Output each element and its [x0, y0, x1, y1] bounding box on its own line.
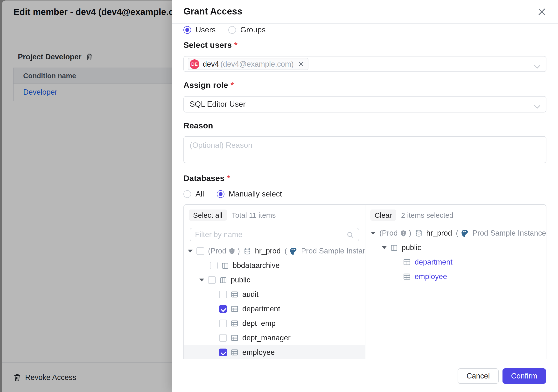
confirm-button[interactable]: Confirm [502, 368, 546, 384]
search-icon [347, 231, 354, 238]
shield-icon [400, 230, 407, 237]
database-transfer: Select all Total 11 items Filter by name [183, 204, 546, 359]
databases-label: Databases* [183, 173, 546, 184]
tree-row-table[interactable]: audit [184, 287, 365, 302]
tree-row-table[interactable]: department [366, 255, 546, 269]
select-users-field[interactable]: DE dev4 (dev4@example.com) [183, 56, 546, 72]
tree-row-schema[interactable]: public [184, 273, 365, 287]
instance-name: Prod Sample Instance) [472, 229, 546, 237]
selected-table-link[interactable]: employee [415, 272, 447, 281]
checkbox[interactable] [219, 348, 227, 356]
reason-textarea[interactable]: (Optional) Reason [183, 136, 546, 163]
tree-row-schema[interactable]: public [366, 240, 546, 255]
caret-down-icon[interactable] [371, 232, 375, 235]
table-icon [231, 334, 238, 342]
table-icon [231, 348, 238, 356]
table-icon [231, 291, 238, 298]
radio-manual-control[interactable] [217, 190, 225, 198]
checkbox[interactable] [210, 262, 218, 269]
selected-table-link[interactable]: department [415, 258, 453, 267]
clear-button[interactable]: Clear [370, 209, 396, 220]
filter-input[interactable]: Filter by name [190, 228, 359, 241]
close-icon[interactable] [537, 7, 546, 17]
filter-placeholder: Filter by name [195, 230, 347, 239]
user-tag-email: (dev4@example.com) [220, 60, 294, 68]
radio-groups[interactable]: Groups [228, 26, 266, 34]
checkbox[interactable] [219, 334, 227, 342]
table-name: department [242, 305, 280, 313]
remove-user-icon[interactable] [298, 61, 304, 67]
tree-row-table[interactable]: dept_emp [184, 316, 365, 331]
selected-count-label: 2 items selected [401, 211, 453, 219]
radio-all-label: All [195, 190, 204, 198]
required-mark: * [230, 81, 234, 90]
chevron-down-icon [534, 102, 541, 111]
schema-name: public [401, 243, 421, 252]
env-close: ) [409, 229, 411, 237]
tree-row-table[interactable]: employee [184, 345, 365, 359]
radio-all-control[interactable] [183, 190, 191, 198]
select-users-label: Select users* [183, 40, 546, 51]
required-mark: * [234, 41, 237, 50]
tree-row-database[interactable]: (Prod ) hr_prod ( [366, 226, 546, 240]
postgresql-icon [289, 247, 297, 255]
checkbox[interactable] [219, 305, 227, 313]
radio-users-control[interactable] [183, 26, 191, 34]
table-name: audit [242, 290, 259, 299]
table-name: employee [242, 348, 275, 357]
env-label: (Prod [379, 229, 398, 237]
checkbox[interactable] [196, 247, 204, 255]
avatar: DE [190, 59, 199, 69]
grant-access-header: Grant Access [172, 0, 558, 24]
transfer-source-panel: Select all Total 11 items Filter by name [184, 205, 365, 359]
instance-name: Prod Sample Instance) [301, 247, 365, 255]
env-close: ) [237, 247, 240, 255]
radio-users[interactable]: Users [183, 26, 216, 34]
table-icon [403, 258, 411, 266]
instance-open: ( [285, 247, 287, 255]
user-tag: DE dev4 (dev4@example.com) [188, 58, 309, 70]
radio-manually-select[interactable]: Manually select [217, 190, 282, 198]
user-tag-name: dev4 [203, 60, 219, 68]
checkbox[interactable] [219, 320, 227, 327]
table-icon [403, 273, 411, 280]
table-name: dept_emp [242, 319, 276, 328]
reason-label: Reason [183, 121, 546, 131]
table-icon [231, 320, 238, 327]
schema-icon [220, 276, 227, 284]
radio-manual-label: Manually select [229, 190, 282, 198]
select-all-button[interactable]: Select all [189, 209, 227, 220]
radio-groups-label: Groups [240, 26, 266, 34]
shield-icon [228, 247, 235, 255]
tree-row-table[interactable]: department [184, 302, 365, 316]
radio-all-databases[interactable]: All [183, 190, 204, 198]
database-name: hr_prod [426, 229, 452, 237]
grant-access-dialog: Grant Access Users Groups [172, 0, 558, 392]
caret-down-icon[interactable] [188, 250, 192, 253]
schema-name: bbdataarchive [233, 261, 280, 270]
database-icon [244, 247, 251, 255]
checkbox[interactable] [208, 276, 216, 284]
grant-access-footer: Cancel Confirm [172, 360, 558, 392]
tree-row-table[interactable]: dept_manager [184, 331, 365, 345]
tree-row-schema[interactable]: bbdataarchive [184, 258, 365, 273]
caret-down-icon[interactable] [199, 279, 204, 281]
assign-role-label: Assign role* [183, 80, 546, 91]
reason-placeholder: (Optional) Reason [190, 141, 253, 149]
caret-down-icon[interactable] [382, 246, 387, 249]
required-mark: * [227, 174, 230, 183]
tree-row-database[interactable]: (Prod ) hr_prod ( [184, 244, 365, 258]
tree-row-table[interactable]: employee [366, 269, 546, 284]
database-icon [415, 229, 422, 237]
radio-groups-control[interactable] [228, 26, 236, 34]
total-items-label: Total 11 items [232, 211, 276, 219]
instance-open: ( [456, 229, 458, 237]
assign-role-select[interactable]: SQL Editor User [183, 96, 546, 113]
cancel-button[interactable]: Cancel [458, 368, 499, 384]
source-tree: (Prod ) hr_prod ( [184, 244, 365, 359]
checkbox[interactable] [219, 291, 227, 298]
postgresql-icon [460, 229, 469, 237]
schema-icon [391, 244, 398, 251]
target-tree: (Prod ) hr_prod ( [366, 226, 546, 284]
table-name: dept_manager [242, 334, 291, 342]
